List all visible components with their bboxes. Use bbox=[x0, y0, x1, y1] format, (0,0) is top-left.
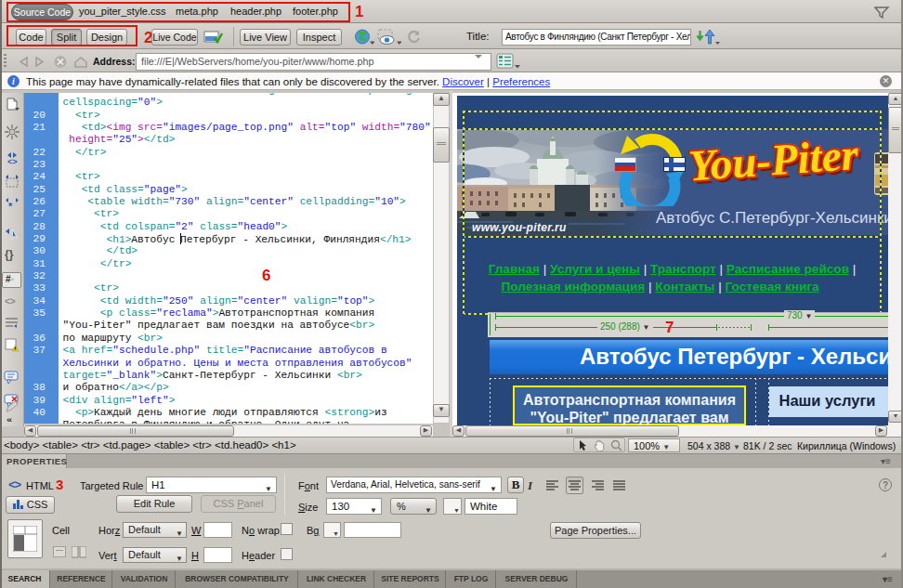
svg-text:<>: <> bbox=[7, 157, 18, 165]
svg-text:*: * bbox=[8, 201, 13, 211]
